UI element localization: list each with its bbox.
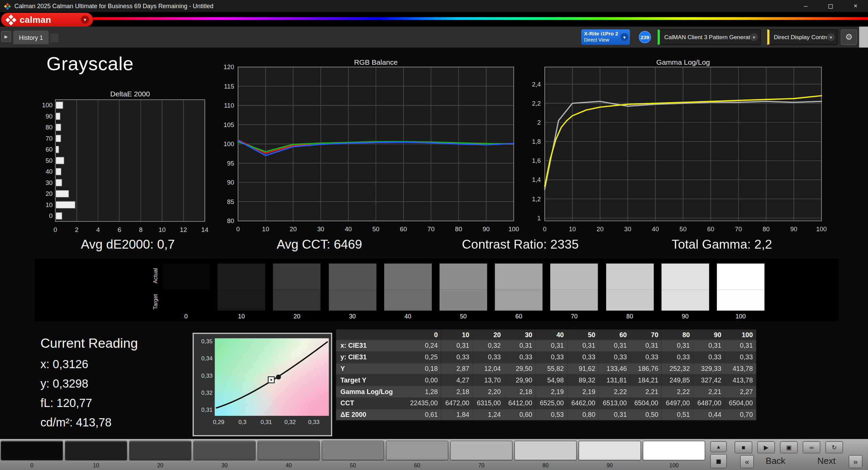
cie-chromaticity-chart: 0,350,340,330,320,310,290,30,310,320,33 (193, 333, 332, 436)
grayscale-data-table: 0102030405060708090100x: CIE310,240,310,… (336, 329, 756, 420)
collapse-up-button[interactable]: ▲ (710, 441, 727, 453)
svg-text:4: 4 (96, 226, 100, 233)
svg-text:14: 14 (201, 226, 208, 233)
table-cell: 6497,00 (662, 397, 693, 409)
pattern-level-button-80[interactable] (514, 441, 577, 461)
pattern-level-button-0[interactable] (1, 441, 63, 461)
measurement-count-badge[interactable]: 239 (639, 31, 651, 43)
swatch-actual (384, 264, 432, 289)
table-cell: 1,24 (473, 409, 504, 421)
refresh-icon: ↻ (832, 444, 837, 451)
pattern-level-button-100[interactable] (643, 441, 705, 461)
swatch-actual (162, 264, 210, 289)
swatch-actual (661, 264, 709, 289)
svg-text:10: 10 (569, 226, 576, 233)
grayscale-swatch-10: 10 (218, 264, 265, 321)
cie-y-tick: 0,35 (195, 338, 212, 345)
svg-text:10: 10 (159, 226, 166, 233)
svg-text:10: 10 (46, 201, 53, 208)
table-cell: 2,87 (441, 363, 473, 375)
swatch-target (661, 289, 709, 311)
table-cell: 0,25 (410, 351, 441, 363)
toolbar: ▶ History 1 X-Rite i1Pro 2 Direct View ▼… (0, 27, 868, 48)
chevron-down-icon[interactable]: ▼ (81, 16, 89, 24)
table-cell: 2,18 (504, 386, 536, 397)
table-cell: 133,46 (599, 363, 630, 375)
table-cell: 0,31 (504, 340, 536, 351)
grayscale-swatch-60: 60 (495, 264, 543, 321)
new-tab-button[interactable] (50, 33, 59, 43)
grayscale-swatch-100: 100 (717, 264, 764, 321)
table-cell: 0,53 (536, 409, 567, 421)
table-cell: 413,78 (725, 363, 756, 375)
pattern-level-label: 20 (129, 462, 192, 468)
calman-menu-button[interactable]: calman ▼ (1, 13, 93, 27)
svg-text:120: 120 (223, 63, 234, 70)
table-row: ΔE 20000,611,841,240,600,530,800,310,500… (336, 409, 756, 421)
chevron-down-icon[interactable]: ▼ (827, 33, 835, 41)
close-button[interactable]: × (843, 0, 868, 12)
svg-text:60: 60 (400, 226, 407, 233)
meter-dropdown[interactable]: X-Rite i1Pro 2 Direct View ▼ (581, 29, 630, 45)
play-button[interactable]: ▶ (757, 441, 775, 454)
pattern-level-button-30[interactable] (193, 441, 256, 461)
grayscale-swatch-80: 80 (606, 264, 653, 321)
tab-history-1[interactable]: History 1 (13, 30, 49, 44)
back-label[interactable]: Back (756, 456, 795, 466)
table-cell: 6504,00 (630, 397, 662, 409)
table-cell: 0,31 (693, 340, 725, 351)
table-column-header: 40 (536, 329, 567, 340)
table-cell: 6513,00 (599, 397, 630, 409)
pattern-level-button-90[interactable] (579, 441, 641, 461)
pattern-window-button[interactable]: ◼ (710, 454, 727, 468)
pattern-level-button-40[interactable] (257, 441, 320, 461)
maximize-button[interactable]: ◻ (818, 0, 843, 12)
next-label[interactable]: Next (807, 456, 846, 466)
table-cell: 0,33 (504, 351, 536, 363)
swatch-actual (606, 264, 653, 289)
table-cell: 29,90 (504, 374, 536, 386)
pattern-level-button-10[interactable] (65, 441, 127, 461)
infinity-icon: ∞ (809, 444, 814, 451)
table-cell: 2,21 (693, 386, 725, 397)
pattern-level-button-20[interactable] (129, 441, 192, 461)
table-column-header: 0 (410, 329, 441, 340)
pattern-level-button-50[interactable] (321, 441, 384, 461)
current-reading-title: Current Reading (41, 335, 138, 351)
table-cell: 0,44 (693, 409, 725, 421)
swatch-target (606, 289, 653, 311)
stop-button[interactable]: ■ (735, 441, 752, 454)
swatch-target (440, 289, 487, 311)
panel-expander-button[interactable]: ▶ (1, 31, 11, 42)
back-page-button[interactable]: « (740, 455, 754, 468)
table-cell: 91,62 (567, 363, 599, 375)
reading-x: x: 0,3126 (41, 358, 138, 371)
save-button[interactable]: ▣ (780, 441, 798, 454)
pattern-level-button-60[interactable] (386, 441, 448, 461)
chevron-down-icon[interactable]: ▼ (620, 33, 628, 41)
deltae-bar-chart: 024681012140102030405060708090100 (35, 97, 212, 235)
next-page-button[interactable]: » (849, 455, 863, 468)
refresh-button[interactable]: ↻ (825, 441, 843, 454)
continuous-measure-button[interactable]: ∞ (803, 441, 820, 454)
cie-x-tick: 0,32 (281, 419, 299, 425)
table-cell: 89,32 (567, 374, 599, 386)
window-icon: ◼ (716, 457, 721, 465)
settings-button[interactable]: ⚙ (841, 29, 857, 45)
table-cell: 13,70 (473, 374, 504, 386)
rgb-balance-line-chart: 1201151101051009590858001020304050607080… (219, 61, 520, 234)
minimize-button[interactable]: – (793, 0, 818, 12)
svg-text:1,2: 1,2 (532, 195, 541, 203)
swatch-target (273, 289, 321, 311)
side-panel-handle[interactable] (859, 27, 868, 48)
pattern-generator-dropdown[interactable]: CalMAN Client 3 Pattern Generator ▼ (658, 29, 760, 45)
svg-text:20: 20 (46, 190, 53, 197)
table-row-label: y: CIE31 (336, 351, 410, 363)
svg-text:115: 115 (224, 83, 234, 90)
pattern-level-button-70[interactable] (450, 441, 513, 461)
svg-text:95: 95 (227, 160, 234, 167)
display-control-dropdown[interactable]: Direct Display Control ▼ (767, 29, 837, 45)
save-icon: ▣ (786, 444, 792, 451)
table-column-header: 10 (441, 329, 473, 340)
chevron-down-icon[interactable]: ▼ (750, 33, 758, 41)
